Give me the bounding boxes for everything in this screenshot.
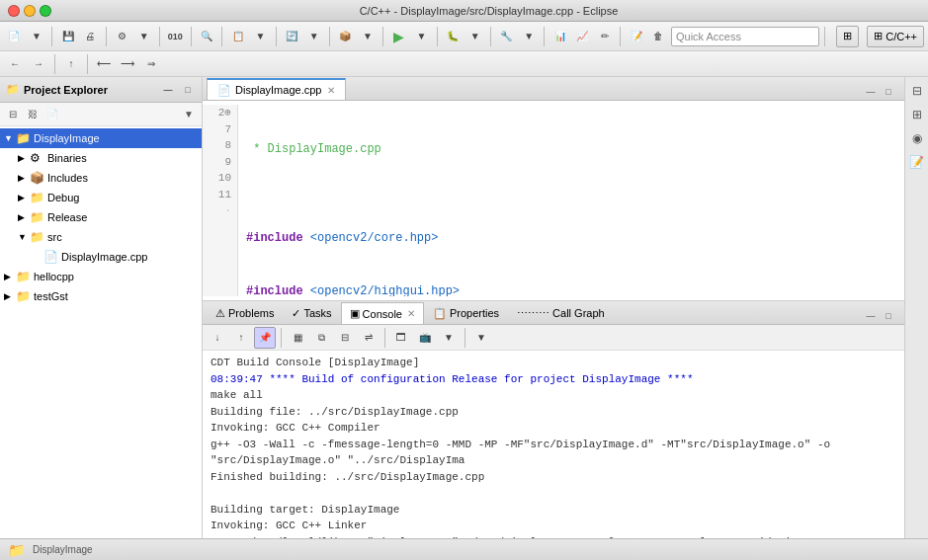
- open-console-button[interactable]: 🗖: [390, 327, 412, 349]
- title-bar: C/C++ - DisplayImage/src/DisplayImage.cp…: [0, 0, 928, 22]
- tool9[interactable]: 📊: [549, 26, 570, 47]
- tool8-dropdown[interactable]: ▼: [519, 26, 540, 47]
- console-icon: ▣: [350, 307, 360, 320]
- right-icon-4[interactable]: 📝: [907, 152, 927, 172]
- nav-next[interactable]: ⇒: [140, 53, 162, 75]
- quick-access-label: Quick Access: [676, 31, 741, 42]
- tree-label: Includes: [47, 172, 88, 184]
- maximize-panel-button[interactable]: □: [180, 82, 196, 98]
- right-icon-3[interactable]: ◉: [907, 128, 927, 148]
- tool1-dropdown[interactable]: ▼: [133, 26, 154, 47]
- right-icon-2[interactable]: ⊞: [907, 105, 927, 124]
- tool11[interactable]: ✏: [595, 26, 616, 47]
- console-panel: ⚠ Problems ✓ Tasks ▣ Console ✕ 📋 Propert…: [203, 301, 904, 538]
- tree-label: Release: [47, 211, 87, 223]
- filter-button[interactable]: ⊟: [334, 327, 356, 349]
- maximize-console-button[interactable]: □: [881, 308, 896, 324]
- console-options-dropdown[interactable]: ▼: [438, 327, 460, 349]
- view-menu-button[interactable]: ▼: [180, 106, 198, 123]
- close-button[interactable]: [8, 5, 20, 17]
- tree-item-displayimage[interactable]: ▼ 📁 DisplayImage: [0, 128, 202, 148]
- maximize-button[interactable]: [40, 5, 51, 17]
- tool3[interactable]: 🔍: [197, 26, 217, 47]
- wordwrap-button[interactable]: ⇌: [358, 327, 380, 349]
- tree-item-debug[interactable]: ▶ 📁 Debug: [0, 188, 202, 207]
- tool7-dropdown[interactable]: ▼: [464, 26, 485, 47]
- tree-item-hellocpp[interactable]: ▶ 📁 hellocpp: [0, 267, 202, 286]
- tree-item-testgst[interactable]: ▶ 📁 testGst: [0, 286, 202, 306]
- tab-tasks[interactable]: ✓ Tasks: [283, 302, 340, 324]
- console-tab-bar: ⚠ Problems ✓ Tasks ▣ Console ✕ 📋 Propert…: [203, 301, 904, 325]
- fwd-button[interactable]: →: [28, 53, 49, 75]
- minimize-button[interactable]: [24, 5, 36, 17]
- cpp-icon: ⊞: [874, 30, 883, 42]
- tool4-dropdown[interactable]: ▼: [250, 26, 271, 47]
- tab-problems[interactable]: ⚠ Problems: [207, 302, 283, 324]
- separator: [159, 27, 160, 46]
- up-button[interactable]: ↑: [60, 53, 82, 75]
- tool2[interactable]: 010: [165, 26, 186, 47]
- tool5-dropdown[interactable]: ▼: [303, 26, 324, 47]
- separator: [54, 54, 55, 74]
- view-menu-console[interactable]: ▼: [470, 327, 492, 349]
- right-icon-1[interactable]: ⊟: [907, 81, 927, 101]
- link-editor-button[interactable]: ⛓: [24, 106, 42, 123]
- run-button[interactable]: ▶: [388, 26, 409, 47]
- minimize-editor-button[interactable]: —: [863, 84, 879, 100]
- project-explorer-title: Project Explorer: [24, 84, 156, 96]
- window-controls[interactable]: [8, 5, 51, 17]
- separator: [51, 27, 52, 46]
- tab-close-button[interactable]: ✕: [327, 85, 335, 96]
- tree-item-src[interactable]: ▼ 📁 src: [0, 227, 202, 247]
- tool4[interactable]: 📋: [227, 26, 248, 47]
- new-console-button[interactable]: 📺: [414, 327, 436, 349]
- properties-icon: 📋: [433, 307, 447, 320]
- maximize-editor-button[interactable]: □: [881, 84, 896, 100]
- print-button[interactable]: 🖨: [80, 26, 101, 47]
- tool1[interactable]: ⚙: [112, 26, 132, 47]
- nav-back[interactable]: ⟵: [93, 53, 115, 75]
- expand-arrow: ▶: [18, 193, 30, 202]
- tab-console[interactable]: ▣ Console ✕: [341, 302, 424, 324]
- minimize-console-button[interactable]: —: [863, 308, 879, 324]
- tree-item-includes[interactable]: ▶ 📦 Includes: [0, 168, 202, 188]
- clear-button[interactable]: ▦: [287, 327, 308, 349]
- tool6-dropdown[interactable]: ▼: [358, 26, 379, 47]
- console-tab-close[interactable]: ✕: [407, 308, 415, 319]
- cpp-perspective-button[interactable]: ⊞ C/C++: [867, 26, 924, 47]
- console-line-2: make all: [211, 387, 896, 404]
- right-icon-bar: ⊟ ⊞ ◉ 📝: [904, 77, 928, 538]
- separator: [437, 27, 438, 46]
- tool10[interactable]: 📈: [572, 26, 593, 47]
- tree-item-binaries[interactable]: ▶ ⚙ Binaries: [0, 148, 202, 168]
- scroll-up-button[interactable]: ↑: [230, 327, 252, 349]
- separator: [87, 54, 88, 74]
- pin-button[interactable]: 📌: [254, 327, 276, 349]
- new-button[interactable]: 📄: [4, 26, 25, 47]
- tool12[interactable]: 📝: [626, 26, 646, 47]
- collapse-all-button[interactable]: ⊟: [4, 106, 22, 123]
- tool7[interactable]: 🐛: [443, 26, 464, 47]
- code-editor[interactable]: 2⊕ 7 8 9 10 11 · * DisplayImage.cpp #inc…: [203, 101, 904, 300]
- run-dropdown[interactable]: ▼: [411, 26, 432, 47]
- tool8[interactable]: 🔧: [496, 26, 517, 47]
- save-button[interactable]: 💾: [57, 26, 78, 47]
- new-dropdown[interactable]: ▼: [27, 26, 47, 47]
- tool5[interactable]: 🔄: [282, 26, 302, 47]
- back-button[interactable]: ←: [4, 53, 26, 75]
- new-button-explorer[interactable]: 📄: [43, 106, 61, 123]
- tree-item-release[interactable]: ▶ 📁 Release: [0, 207, 202, 227]
- editor-tab-displayimage[interactable]: 📄 DisplayImage.cpp ✕: [207, 78, 346, 100]
- perspective-icon: ⊞: [843, 30, 852, 42]
- open-perspective-button[interactable]: ⊞: [836, 26, 859, 47]
- quick-access-input[interactable]: Quick Access: [671, 27, 819, 46]
- scroll-down-button[interactable]: ↓: [207, 327, 228, 349]
- copy-button[interactable]: ⧉: [310, 327, 332, 349]
- tree-item-displayimage-cpp[interactable]: 📄 DisplayImage.cpp: [0, 247, 202, 267]
- nav-fwd[interactable]: ⟶: [117, 53, 138, 75]
- tool13[interactable]: 🗑: [648, 26, 669, 47]
- minimize-panel-button[interactable]: —: [160, 82, 176, 98]
- tab-properties[interactable]: 📋 Properties: [424, 302, 508, 324]
- tool6[interactable]: 📦: [335, 26, 356, 47]
- tab-callgraph[interactable]: ⋯⋯⋯ Call Graph: [508, 302, 614, 324]
